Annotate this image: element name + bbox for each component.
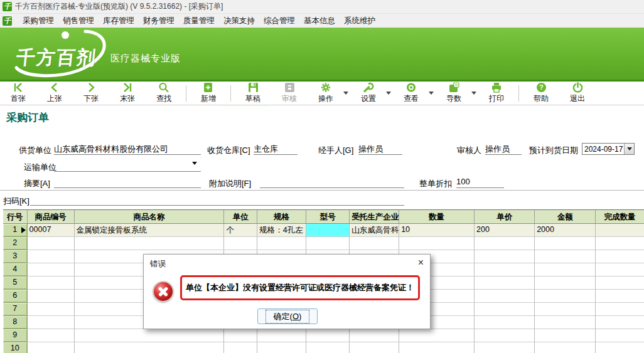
table-cell[interactable] [535, 290, 596, 303]
ok-button[interactable]: 确定(O) [257, 308, 318, 324]
column-header[interactable]: 型号 [306, 210, 350, 223]
table-cell[interactable] [596, 316, 644, 329]
settings-button[interactable]: 设置 [350, 82, 387, 105]
column-header[interactable]: 行号 [3, 210, 28, 223]
table-cell[interactable] [257, 342, 306, 353]
table-cell[interactable] [475, 342, 535, 353]
table-cell[interactable] [28, 237, 75, 250]
combo-dropdown-button[interactable] [624, 144, 634, 154]
exit-button[interactable]: 退出 [559, 82, 596, 105]
row-number-cell[interactable]: 6 [3, 290, 28, 303]
table-cell[interactable] [535, 237, 596, 250]
table-cell[interactable] [535, 263, 596, 277]
table-cell[interactable] [475, 250, 535, 263]
cell-manufacturer[interactable]: 山东威高骨科 [350, 224, 399, 237]
table-cell[interactable] [28, 263, 75, 277]
table-cell[interactable] [28, 250, 75, 263]
table-cell[interactable] [306, 342, 350, 353]
table-cell[interactable] [350, 237, 399, 250]
menu-maintenance[interactable]: 系统维护 [340, 14, 380, 28]
table-cell[interactable] [306, 237, 350, 250]
row-number-cell[interactable]: 2 [3, 237, 28, 250]
column-header[interactable]: 商品名称 [75, 210, 225, 223]
row-number-cell[interactable]: 3 [3, 250, 28, 263]
table-cell[interactable] [75, 342, 225, 353]
transport-dropdown[interactable] [192, 165, 197, 176]
row-number-cell[interactable]: 1 [3, 224, 28, 237]
row-number-cell[interactable]: 9 [3, 329, 28, 342]
menu-purchase[interactable]: 采购管理 [18, 14, 58, 28]
operate-button[interactable]: 操作 [308, 82, 344, 105]
table-cell[interactable] [399, 237, 475, 250]
table-cell[interactable] [224, 342, 257, 353]
table-cell[interactable] [224, 237, 257, 250]
auditor-field[interactable]: 操作员 [485, 144, 522, 155]
table-cell[interactable] [535, 316, 596, 329]
table-cell[interactable] [596, 237, 644, 250]
row-number-cell[interactable]: 5 [3, 277, 28, 290]
table-cell[interactable] [28, 303, 75, 316]
export-button[interactable]: 导数 [436, 82, 472, 105]
table-cell[interactable] [257, 329, 306, 342]
row-number-cell[interactable]: 7 [3, 303, 28, 316]
export-dropdown[interactable] [470, 82, 478, 105]
table-cell[interactable] [399, 342, 475, 353]
table-cell[interactable] [475, 303, 535, 316]
view-dropdown[interactable] [427, 82, 436, 105]
menu-finance[interactable]: 财务管理 [139, 14, 179, 28]
cell-qty[interactable]: 10 [399, 224, 475, 237]
cell-amount[interactable]: 2000 [535, 224, 596, 237]
column-header[interactable]: 单位 [224, 210, 257, 223]
table-cell[interactable] [475, 329, 535, 342]
table-cell[interactable] [257, 237, 306, 250]
draft-button[interactable]: 草稿 [235, 82, 271, 105]
help-button[interactable]: ? 帮助 [523, 82, 559, 105]
table-cell[interactable] [596, 303, 644, 316]
row-number-cell[interactable]: 10 [3, 342, 28, 353]
column-header[interactable]: 受托生产企业 [350, 210, 399, 223]
cell-name[interactable]: 金属锁定接骨板系统 [75, 224, 225, 237]
column-header[interactable]: 数量 [399, 210, 475, 223]
table-cell[interactable] [596, 263, 644, 277]
column-header[interactable]: 单价 [475, 210, 535, 223]
column-header[interactable]: 完成数量 [596, 210, 644, 223]
table-cell[interactable] [350, 342, 399, 353]
column-header[interactable]: 金额 [535, 210, 596, 223]
menu-quality[interactable]: 质量管理 [179, 14, 219, 28]
transport-field[interactable] [54, 161, 201, 172]
table-cell[interactable] [535, 277, 596, 290]
table-cell[interactable] [75, 329, 225, 342]
view-button[interactable]: 查看 [393, 82, 429, 105]
first-record-button[interactable]: 首张 [0, 82, 36, 105]
table-cell[interactable] [475, 316, 535, 329]
next-record-button[interactable]: 下张 [73, 82, 109, 105]
table-cell[interactable] [28, 290, 75, 303]
row-number-cell[interactable]: 8 [3, 316, 28, 329]
prev-record-button[interactable]: 上张 [36, 82, 73, 105]
table-cell[interactable] [596, 329, 644, 342]
table-cell[interactable] [28, 277, 75, 290]
find-button[interactable]: 查找 [146, 82, 182, 105]
operate-dropdown[interactable] [341, 82, 350, 105]
settings-dropdown[interactable] [384, 82, 393, 105]
column-header[interactable]: 商品编号 [28, 210, 75, 223]
cell-model-selected[interactable] [306, 224, 350, 237]
cell-price[interactable]: 200 [475, 224, 535, 237]
row-number-cell[interactable]: 4 [3, 263, 28, 277]
menu-sales[interactable]: 销售管理 [58, 14, 99, 28]
menu-decision[interactable]: 决策支持 [219, 14, 259, 28]
last-record-button[interactable]: 末张 [109, 82, 146, 105]
column-header[interactable]: 规格 [257, 210, 306, 223]
print-button[interactable]: 打印 [478, 82, 515, 105]
cell-code[interactable]: 00007 [28, 224, 75, 237]
table-cell[interactable] [475, 290, 535, 303]
table-cell[interactable] [596, 250, 644, 263]
cell-spec[interactable]: 规格：4孔左 [257, 224, 306, 237]
cell-unit[interactable]: 个 [224, 224, 257, 237]
eta-date-combobox[interactable]: 2024-09-17 [582, 143, 635, 155]
table-cell[interactable] [535, 342, 596, 353]
cell-done-qty[interactable] [596, 224, 644, 237]
table-cell[interactable] [535, 329, 596, 342]
new-button[interactable]: 新增 [190, 82, 227, 105]
table-cell[interactable] [28, 329, 75, 342]
